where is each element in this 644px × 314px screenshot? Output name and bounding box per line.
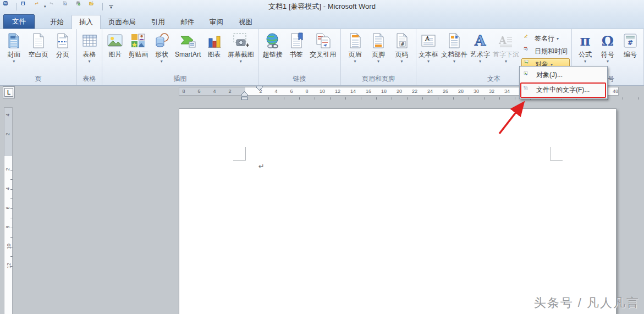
window-title: 文档1 [兼容模式] - Microsoft Word xyxy=(0,2,644,12)
first-line-indent-marker[interactable] xyxy=(256,86,263,91)
ribbon-button-书签[interactable]: 书签 xyxy=(287,31,306,65)
ruler-tick xyxy=(407,97,408,100)
tab-视图[interactable]: 视图 xyxy=(231,15,260,29)
ribbon-button-签名行[interactable]: 签名行▾ xyxy=(521,33,570,44)
smartart-icon xyxy=(179,32,197,49)
ribbon-button-文本框[interactable]: A文本框▾ xyxy=(418,31,439,65)
ribbon-group-链接: 超链接 书签 交叉引用 链接 xyxy=(258,29,341,85)
cross-reference-icon xyxy=(314,32,332,49)
ribbon-group-页: 封面▾空白页 分页 页 xyxy=(0,29,77,85)
svg-text:A: A xyxy=(474,32,486,49)
svg-text:A: A xyxy=(498,35,507,46)
ruler-number: 30 xyxy=(474,89,479,94)
page-break-icon xyxy=(54,32,71,49)
dropdown-arrow-icon: ▾ xyxy=(13,59,15,64)
tab-审阅[interactable]: 审阅 xyxy=(202,15,231,29)
tab-文件[interactable]: 文件 xyxy=(3,14,35,29)
ruler-number: 20 xyxy=(397,89,402,94)
button-label: 页码 xyxy=(395,51,409,58)
ribbon-button-编号[interactable]: #编号 xyxy=(621,31,640,65)
spacer xyxy=(630,59,631,64)
tab-邮件[interactable]: 邮件 xyxy=(173,15,202,29)
button-label: 图片 xyxy=(108,51,122,58)
ruler-tick xyxy=(10,247,13,247)
ruler-tick xyxy=(469,97,469,100)
ribbon-button-页眉[interactable]: 页眉▾ xyxy=(346,31,365,65)
blank-page-icon xyxy=(30,32,47,49)
window-chrome: W▾▼ 文档1 [兼容模式] - Microsoft Word 文件开始插入页面… xyxy=(0,0,644,29)
ruler-number: 4 xyxy=(213,89,216,94)
ribbon-button-艺术字[interactable]: A艺术字▾ xyxy=(470,31,491,65)
svg-text:#: # xyxy=(400,42,404,47)
button-label: 图表 xyxy=(208,51,221,58)
document-page[interactable] xyxy=(179,108,617,314)
menu-item-label: 文件中的文字(F)... xyxy=(536,85,590,95)
button-label: 屏幕截图 xyxy=(228,51,254,58)
dropdown-arrow-icon: ▾ xyxy=(607,59,609,64)
ruler-tick xyxy=(438,97,438,100)
ruler-tick xyxy=(10,266,13,267)
ribbon-button-超链接[interactable]: 超链接 xyxy=(262,31,283,65)
chart-icon xyxy=(206,32,223,49)
spacer xyxy=(137,59,139,64)
ribbon-button-交叉引用[interactable]: 交叉引用 xyxy=(309,31,337,65)
button-label: 首字下沉 xyxy=(493,51,519,58)
ribbon-button-公式[interactable]: π公式▾ xyxy=(576,31,595,65)
group-label-页眉和页脚: 页眉和页脚 xyxy=(341,74,416,84)
tab-页面布局[interactable]: 页面布局 xyxy=(101,15,144,29)
ribbon-button-页脚[interactable]: 页脚▾ xyxy=(369,31,388,65)
dropdown-arrow-icon: ▾ xyxy=(377,59,379,64)
ribbon-group-插图: 图片 剪贴画 形状▾SmartArt 图表 屏幕截图▾插图 xyxy=(102,29,258,85)
ruler-tick xyxy=(268,97,269,100)
small-button-stack: 签名行▾日期和时间对象▾ xyxy=(521,31,570,70)
ribbon-button-封面[interactable]: 封面▾ xyxy=(4,31,23,65)
equation-icon: π xyxy=(576,32,594,49)
button-label: SmartArt xyxy=(175,51,201,58)
ribbon-button-形状[interactable]: 形状▾ xyxy=(152,31,171,65)
shapes-icon xyxy=(153,32,170,49)
ribbon-group-表格: 表格▾表格 xyxy=(77,29,102,85)
ribbon-button-屏幕截图[interactable]: 屏幕截图▾ xyxy=(227,31,255,65)
ruler-tick xyxy=(361,97,361,100)
dropdown-arrow-icon: ▾ xyxy=(400,59,403,64)
dropdown-arrow-icon: ▾ xyxy=(240,59,242,64)
menu-item-text-from-file[interactable]: 文件中的文字(F)... xyxy=(520,82,607,97)
tab-引用[interactable]: 引用 xyxy=(144,15,173,29)
tab-插入[interactable]: 插入 xyxy=(71,15,101,29)
object-icon xyxy=(522,71,534,80)
margin-corner-mark-right xyxy=(550,147,563,161)
ribbon-button-SmartArt[interactable]: SmartArt xyxy=(174,31,201,65)
ruler-tick xyxy=(299,97,300,100)
button-label: 封面 xyxy=(7,51,20,58)
button-label: 文档部件 xyxy=(441,51,467,58)
ribbon-button-文档部件[interactable]: 文档部件▾ xyxy=(441,31,468,65)
picture-icon xyxy=(106,32,124,49)
drop-cap-icon: A xyxy=(497,32,515,49)
spacer xyxy=(295,59,296,64)
date-time-icon xyxy=(524,46,532,57)
ruler-tick xyxy=(10,170,13,170)
menu-item-object[interactable]: 对象(J)... xyxy=(520,68,607,82)
tab-stop-selector[interactable]: L xyxy=(3,86,15,98)
vertical-ruler[interactable]: 4224681012 xyxy=(4,107,13,314)
watermark-text: 头条号 / 凡人凡言 xyxy=(534,295,640,311)
group-label-页: 页 xyxy=(0,74,76,84)
ruler-number: 4 xyxy=(5,113,10,116)
button-label: 日期和时间 xyxy=(535,47,568,56)
ribbon-button-图表[interactable]: 图表 xyxy=(205,31,224,65)
title-bar: W▾▼ 文档1 [兼容模式] - Microsoft Word xyxy=(0,0,644,13)
ribbon-button-日期和时间[interactable]: 日期和时间 xyxy=(521,46,570,57)
ribbon-button-空白页[interactable]: 空白页 xyxy=(28,31,49,65)
ribbon-button-页码[interactable]: #页码▾ xyxy=(393,31,411,65)
dropdown-arrow-icon: ▾ xyxy=(584,59,586,64)
button-label: 页眉 xyxy=(349,51,362,58)
ruler-number: 32 xyxy=(489,89,494,94)
ribbon-button-符号[interactable]: Ω符号▾ xyxy=(598,31,617,65)
button-label: 签名行 xyxy=(535,34,554,43)
ribbon-button-图片[interactable]: 图片 xyxy=(106,31,124,65)
tab-开始[interactable]: 开始 xyxy=(42,15,71,29)
ribbon-button-分页[interactable]: 分页 xyxy=(53,31,72,65)
ribbon-button-表格[interactable]: 表格▾ xyxy=(80,31,99,65)
ribbon-button-剪贴画[interactable]: 剪贴画 xyxy=(128,31,148,65)
hanging-indent-marker[interactable] xyxy=(241,91,248,100)
